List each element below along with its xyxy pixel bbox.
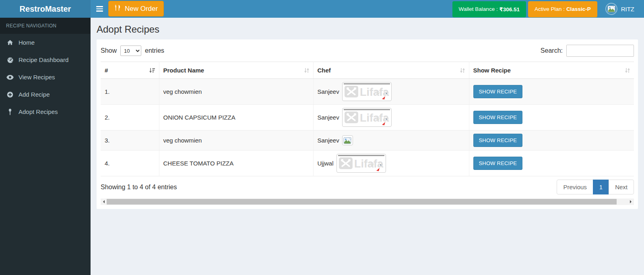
chef-name: Sanjeev	[318, 114, 339, 121]
column-header-product-name[interactable]: Product Name	[159, 62, 313, 79]
scrollbar-track[interactable]	[107, 198, 628, 205]
table-row: 3. veg chowmien Sanjeev SHOW RECIPE	[101, 130, 634, 151]
entries-label: entries	[145, 47, 164, 54]
pagination-next-button[interactable]: Next	[609, 180, 634, 194]
page-length-select[interactable]: 10	[120, 45, 141, 56]
wallet-balance-label: Wallet Balance :	[459, 6, 500, 12]
search-label: Search:	[541, 47, 563, 54]
svg-text:Lifafa: Lifafa	[360, 112, 389, 124]
pagination-page-1-button[interactable]: 1	[593, 180, 609, 194]
show-recipe-button[interactable]: SHOW RECIPE	[473, 111, 523, 124]
pagination: Previous 1 Next	[557, 180, 634, 194]
row-index: 4.	[101, 151, 159, 176]
username-label: RITZ	[621, 6, 634, 12]
show-recipe-button[interactable]: SHOW RECIPE	[473, 134, 523, 147]
eye-icon	[6, 75, 14, 80]
main-content: Adopt Recipes Show 10 entries Search: #	[91, 18, 644, 275]
sidebar-item-label: Recipe Dashboard	[19, 56, 68, 63]
row-index: 1.	[101, 79, 159, 105]
navbar-right-section: Wallet Balance : ₹306.51 Active Plan : C…	[452, 0, 644, 18]
svg-text:Lifafa: Lifafa	[360, 86, 389, 98]
sidebar-item-add-recipe[interactable]: Add Recipe	[0, 86, 91, 103]
sidebar-item-adopt-recipes[interactable]: Adopt Recipes	[0, 103, 91, 120]
cutlery-icon	[114, 4, 121, 13]
row-index: 2.	[101, 105, 159, 130]
chef-name: Sanjeev	[318, 137, 339, 144]
chef-name: Sanjeev	[318, 88, 339, 95]
column-header-index[interactable]: #	[101, 62, 159, 79]
page-title: Adopt Recipes	[97, 24, 638, 35]
product-name: veg chowmien	[159, 130, 313, 151]
chef-name: Ujjwal	[318, 160, 334, 167]
table-row: 2. ONION CAPSICUM PIZZA Sanjeev Lifafa S…	[101, 105, 634, 130]
hamburger-icon	[96, 10, 103, 12]
dashboard-icon	[6, 57, 14, 63]
product-name: ONION CAPSICUM PIZZA	[159, 105, 313, 130]
column-header-chef[interactable]: Chef	[313, 62, 469, 79]
horizontal-scrollbar	[101, 198, 634, 205]
row-index: 3.	[101, 130, 159, 151]
scrollbar-thumb[interactable]	[107, 199, 617, 205]
product-name: veg chowmien	[159, 79, 313, 105]
table-row: 4. CHEESE TOMATO PIZZA Ujjwal Lifafa SHO…	[101, 151, 634, 176]
svg-text:Lifafa: Lifafa	[354, 158, 384, 170]
sidebar-toggle-button[interactable]	[91, 0, 108, 18]
user-avatar-broken-image-icon	[605, 3, 617, 15]
table-header-row: # Product Name Chef	[101, 62, 634, 79]
sort-both-icon[interactable]	[303, 67, 310, 74]
sort-both-icon[interactable]	[624, 67, 630, 74]
table-footer: Showing 1 to 4 of 4 entries Previous 1 N…	[101, 180, 634, 194]
show-recipe-button[interactable]: SHOW RECIPE	[473, 85, 523, 98]
sort-amount-asc-icon[interactable]	[149, 67, 155, 74]
pagination-previous-button[interactable]: Previous	[557, 180, 593, 194]
recipe-image-lifafa-watermark: Lifafa	[336, 154, 386, 173]
broken-image-icon	[342, 135, 353, 145]
entries-info: Showing 1 to 4 of 4 entries	[101, 184, 177, 191]
active-plan-value: Classic-P	[566, 6, 591, 12]
hamburger-icon	[96, 8, 103, 10]
hamburger-icon	[96, 6, 103, 7]
sidebar-item-label: Home	[19, 39, 35, 46]
recipe-image-lifafa-watermark: Lifafa	[342, 108, 392, 127]
sidebar: RECIPE NAVIGATION Home Recipe Dashboard	[0, 18, 91, 275]
show-recipe-button[interactable]: SHOW RECIPE	[473, 157, 523, 170]
table-row: 1. veg chowmien Sanjeev Lifafa SHOW RECI…	[101, 79, 634, 105]
page-length-control: Show 10 entries	[101, 45, 164, 56]
spoon-icon	[6, 109, 14, 115]
active-plan-label: Active Plan :	[535, 6, 566, 12]
new-order-button[interactable]: New Order	[108, 1, 164, 17]
home-icon	[6, 39, 14, 45]
user-menu[interactable]: RITZ	[605, 3, 634, 15]
table-controls: Show 10 entries Search:	[101, 43, 634, 62]
new-order-label: New Order	[125, 5, 158, 13]
top-navbar: RestroMaster New Order Wallet Balance : …	[0, 0, 644, 18]
wallet-balance-badge[interactable]: Wallet Balance : ₹306.51	[452, 1, 526, 17]
plus-circle-icon	[6, 91, 14, 98]
search-control: Search:	[541, 45, 634, 57]
adopt-recipes-panel: Show 10 entries Search: #	[97, 39, 638, 209]
sidebar-item-view-recipes[interactable]: View Recipes	[0, 68, 91, 86]
brand-logo[interactable]: RestroMaster	[0, 0, 91, 18]
sidebar-item-label: Adopt Recipes	[19, 108, 58, 115]
search-input[interactable]	[566, 45, 634, 57]
sidebar-item-home[interactable]: Home	[0, 34, 91, 51]
show-label: Show	[101, 47, 117, 54]
column-header-show-recipe[interactable]: Show Recipe	[469, 62, 634, 79]
active-plan-badge[interactable]: Active Plan : Classic-P	[528, 1, 597, 17]
sidebar-item-label: Add Recipe	[19, 91, 50, 98]
recipe-image-lifafa-watermark: Lifafa	[342, 82, 392, 101]
product-name: CHEESE TOMATO PIZZA	[159, 151, 313, 176]
sidebar-section-header: RECIPE NAVIGATION	[0, 18, 91, 34]
wallet-balance-value: ₹306.51	[499, 6, 520, 12]
recipes-table: # Product Name Chef	[101, 62, 634, 176]
scrollbar-left-arrow-icon[interactable]	[101, 198, 107, 205]
scrollbar-right-arrow-icon[interactable]	[628, 198, 634, 205]
sidebar-item-recipe-dashboard[interactable]: Recipe Dashboard	[0, 51, 91, 68]
sidebar-item-label: View Recipes	[19, 74, 55, 81]
sort-both-icon[interactable]	[459, 67, 465, 74]
